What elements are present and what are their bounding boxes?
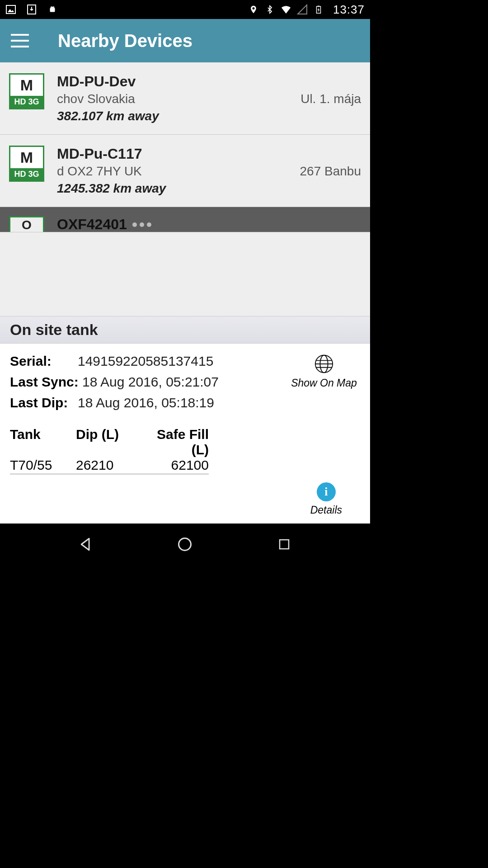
- download-icon: [26, 4, 37, 15]
- svg-marker-1: [8, 9, 14, 12]
- show-on-map-label: Show On Map: [291, 377, 357, 389]
- loading-dots-icon: [132, 222, 151, 227]
- svg-rect-0: [6, 5, 15, 14]
- tank-table: Tank Dip (L) Safe Fill (L) T70/55 26210 …: [10, 427, 209, 474]
- device-list-item-selected[interactable]: O OXF42401: [0, 207, 370, 232]
- device-name: MD-PU-Dev: [57, 73, 361, 90]
- show-on-map-button[interactable]: Show On Map: [291, 354, 357, 389]
- cell-signal-icon: [297, 4, 308, 15]
- device-distance: 1245.382 km away: [57, 181, 361, 196]
- col-dip-header: Dip (L): [76, 427, 139, 458]
- tank-safefill: 62100: [139, 458, 209, 473]
- last-dip-label: Last Dip:: [10, 395, 78, 410]
- serial-value: 14915922058513741500: [78, 354, 213, 369]
- device-badge: M HD 3G: [9, 73, 44, 109]
- back-button[interactable]: [76, 534, 96, 554]
- bluetooth-icon: [264, 4, 275, 15]
- content-area: M HD 3G MD-PU-Dev chov Slovakia Ul. 1. m…: [0, 62, 370, 524]
- system-nav-bar: [0, 524, 370, 565]
- device-badge: O: [9, 216, 44, 232]
- clock-time: 13:37: [333, 3, 365, 17]
- device-name: MD-Pu-C117: [57, 146, 361, 162]
- device-location-left: chov Slovakia: [57, 92, 135, 106]
- page-title: Nearby Devices: [58, 31, 192, 51]
- last-sync-value: 18 Aug 2016, 05:21:07: [82, 374, 219, 390]
- device-badge: M HD 3G: [9, 146, 44, 182]
- wifi-icon: [281, 4, 291, 15]
- badge-letter: M: [10, 147, 43, 168]
- info-icon: i: [317, 482, 336, 501]
- svg-point-10: [179, 538, 191, 551]
- col-safefill-header: Safe Fill (L): [139, 427, 209, 458]
- last-sync-label: Last Sync:: [10, 374, 82, 390]
- recents-button[interactable]: [274, 534, 294, 554]
- tank-dip: 26210: [76, 458, 139, 473]
- device-location-left: d OX2 7HY UK: [57, 164, 142, 179]
- badge-letter: O: [10, 217, 43, 232]
- app-bar: Nearby Devices: [0, 19, 370, 62]
- last-dip-value: 18 Aug 2016, 05:18:19: [78, 395, 214, 410]
- device-distance: 382.107 km away: [57, 109, 361, 123]
- svg-rect-7: [318, 6, 320, 7]
- details-label: Details: [310, 504, 342, 516]
- home-button[interactable]: [175, 534, 195, 554]
- picture-icon: [5, 4, 16, 15]
- device-location-right: Ul. 1. mája: [300, 92, 361, 106]
- status-bar: 13:37: [0, 0, 370, 19]
- badge-tag: HD 3G: [10, 168, 43, 180]
- tank-id: T70/55: [10, 458, 76, 473]
- android-icon: [47, 4, 58, 15]
- badge-letter: M: [10, 75, 43, 96]
- tank-row: T70/55 26210 62100: [10, 458, 209, 474]
- device-name: OXF42401: [57, 216, 127, 232]
- device-list-item[interactable]: M HD 3G MD-Pu-C117 d OX2 7HY UK 267 Banb…: [0, 135, 370, 207]
- device-location-right: 267 Banbu: [300, 164, 361, 179]
- badge-tag: HD 3G: [10, 96, 43, 108]
- globe-icon: [314, 354, 334, 374]
- serial-label: Serial:: [10, 354, 78, 369]
- svg-rect-11: [280, 540, 289, 549]
- detail-panel: On site tank Serial: 1491592205851374150…: [0, 316, 370, 524]
- device-list-item[interactable]: M HD 3G MD-PU-Dev chov Slovakia Ul. 1. m…: [0, 62, 370, 135]
- svg-rect-3: [50, 8, 55, 12]
- battery-charging-icon: [313, 4, 324, 15]
- details-button[interactable]: i Details: [310, 482, 342, 516]
- location-icon: [248, 4, 259, 15]
- panel-title: On site tank: [0, 316, 370, 344]
- menu-icon[interactable]: [11, 34, 29, 47]
- col-tank-header: Tank: [10, 427, 76, 458]
